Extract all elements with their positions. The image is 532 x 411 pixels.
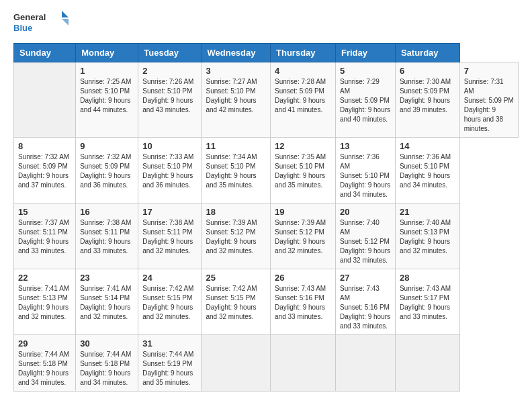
day-number: 5 xyxy=(340,66,391,76)
day-info: Sunrise: 7:44 AMSunset: 5:18 PMDaylight:… xyxy=(18,350,71,387)
day-number: 26 xyxy=(275,273,331,283)
calendar-day-cell: 26Sunrise: 7:43 AMSunset: 5:16 PMDayligh… xyxy=(271,269,336,335)
day-number: 10 xyxy=(142,141,197,151)
day-info: Sunrise: 7:35 AMSunset: 5:10 PMDaylight:… xyxy=(275,152,331,190)
calendar-day-cell: 14Sunrise: 7:36 AMSunset: 5:10 PMDayligh… xyxy=(395,138,459,203)
day-number: 27 xyxy=(340,273,391,283)
day-number: 2 xyxy=(142,66,197,76)
day-info: Sunrise: 7:26 AMSunset: 5:10 PMDaylight:… xyxy=(142,77,197,115)
day-info: Sunrise: 7:36 AMSunset: 5:10 PMDaylight:… xyxy=(400,152,455,190)
day-number: 14 xyxy=(400,141,455,151)
header-row: SundayMondayTuesdayWednesdayThursdayFrid… xyxy=(14,44,519,62)
calendar-day-cell: 9Sunrise: 7:32 AMSunset: 5:09 PMDaylight… xyxy=(76,138,138,203)
header-day: Saturday xyxy=(395,44,459,62)
svg-text:General: General xyxy=(13,12,46,22)
day-number: 16 xyxy=(80,207,134,217)
calendar-week-row: 29Sunrise: 7:44 AMSunset: 5:18 PMDayligh… xyxy=(14,335,519,392)
day-number: 8 xyxy=(18,141,71,151)
calendar-day-cell: 11Sunrise: 7:34 AMSunset: 5:10 PMDayligh… xyxy=(202,138,271,203)
day-info: Sunrise: 7:42 AMSunset: 5:15 PMDaylight:… xyxy=(142,284,197,322)
day-info: Sunrise: 7:43 AMSunset: 5:17 PMDaylight:… xyxy=(400,284,455,322)
day-info: Sunrise: 7:42 AMSunset: 5:15 PMDaylight:… xyxy=(206,284,266,322)
calendar-day-cell xyxy=(395,335,459,392)
calendar-table: SundayMondayTuesdayWednesdayThursdayFrid… xyxy=(13,43,519,392)
day-info: Sunrise: 7:31 AMSunset: 5:09 PMDaylight:… xyxy=(464,77,514,134)
calendar-day-cell: 5Sunrise: 7:29 AMSunset: 5:09 PMDaylight… xyxy=(335,62,395,138)
day-info: Sunrise: 7:38 AMSunset: 5:11 PMDaylight:… xyxy=(80,218,134,256)
day-info: Sunrise: 7:44 AMSunset: 5:18 PMDaylight:… xyxy=(80,350,134,387)
day-number: 11 xyxy=(206,141,266,151)
day-number: 1 xyxy=(80,66,134,76)
page-header: General Blue xyxy=(13,11,519,36)
logo: General Blue xyxy=(13,11,74,36)
day-info: Sunrise: 7:43 AMSunset: 5:16 PMDaylight:… xyxy=(340,284,391,331)
svg-text:Blue: Blue xyxy=(13,23,32,33)
day-info: Sunrise: 7:43 AMSunset: 5:16 PMDaylight:… xyxy=(275,284,331,322)
day-info: Sunrise: 7:44 AMSunset: 5:19 PMDaylight:… xyxy=(142,350,197,387)
calendar-day-cell: 27Sunrise: 7:43 AMSunset: 5:16 PMDayligh… xyxy=(335,269,395,335)
day-info: Sunrise: 7:32 AMSunset: 5:09 PMDaylight:… xyxy=(80,152,134,190)
day-info: Sunrise: 7:29 AMSunset: 5:09 PMDaylight:… xyxy=(340,77,391,124)
day-info: Sunrise: 7:34 AMSunset: 5:10 PMDaylight:… xyxy=(206,152,266,190)
calendar-day-cell: 30Sunrise: 7:44 AMSunset: 5:18 PMDayligh… xyxy=(76,335,138,392)
day-number: 12 xyxy=(275,141,331,151)
day-number: 6 xyxy=(400,66,455,76)
calendar-day-cell: 7Sunrise: 7:31 AMSunset: 5:09 PMDaylight… xyxy=(459,62,518,138)
day-number: 28 xyxy=(400,273,455,283)
day-info: Sunrise: 7:25 AMSunset: 5:10 PMDaylight:… xyxy=(80,77,134,115)
day-number: 22 xyxy=(18,273,71,283)
svg-marker-3 xyxy=(62,19,69,26)
calendar-day-cell: 15Sunrise: 7:37 AMSunset: 5:11 PMDayligh… xyxy=(14,203,76,269)
day-info: Sunrise: 7:33 AMSunset: 5:10 PMDaylight:… xyxy=(142,152,197,190)
calendar-day-cell: 12Sunrise: 7:35 AMSunset: 5:10 PMDayligh… xyxy=(271,138,336,203)
day-info: Sunrise: 7:40 AMSunset: 5:13 PMDaylight:… xyxy=(400,218,455,256)
day-info: Sunrise: 7:39 AMSunset: 5:12 PMDaylight:… xyxy=(275,218,331,256)
day-number: 30 xyxy=(80,338,134,349)
day-info: Sunrise: 7:32 AMSunset: 5:09 PMDaylight:… xyxy=(18,152,71,190)
calendar-day-cell xyxy=(271,335,336,392)
day-info: Sunrise: 7:40 AMSunset: 5:12 PMDaylight:… xyxy=(340,218,391,265)
day-number: 25 xyxy=(206,273,266,283)
calendar-week-row: 15Sunrise: 7:37 AMSunset: 5:11 PMDayligh… xyxy=(14,203,519,269)
day-number: 17 xyxy=(142,207,197,217)
calendar-day-cell: 19Sunrise: 7:39 AMSunset: 5:12 PMDayligh… xyxy=(271,203,336,269)
day-number: 18 xyxy=(206,207,266,217)
day-info: Sunrise: 7:41 AMSunset: 5:14 PMDaylight:… xyxy=(80,284,134,322)
calendar-day-cell: 16Sunrise: 7:38 AMSunset: 5:11 PMDayligh… xyxy=(76,203,138,269)
calendar-day-cell xyxy=(335,335,395,392)
header-day: Thursday xyxy=(271,44,336,62)
day-number: 20 xyxy=(340,207,391,217)
calendar-week-row: 22Sunrise: 7:41 AMSunset: 5:13 PMDayligh… xyxy=(14,269,519,335)
day-number: 9 xyxy=(80,141,134,151)
header-day: Wednesday xyxy=(202,44,271,62)
calendar-day-cell: 31Sunrise: 7:44 AMSunset: 5:19 PMDayligh… xyxy=(138,335,202,392)
day-info: Sunrise: 7:36 AMSunset: 5:10 PMDaylight:… xyxy=(340,152,391,199)
calendar-day-cell: 4Sunrise: 7:28 AMSunset: 5:09 PMDaylight… xyxy=(271,62,336,138)
calendar-week-row: 8Sunrise: 7:32 AMSunset: 5:09 PMDaylight… xyxy=(14,138,519,203)
day-info: Sunrise: 7:27 AMSunset: 5:10 PMDaylight:… xyxy=(206,77,266,115)
day-number: 4 xyxy=(275,66,331,76)
calendar-day-cell: 10Sunrise: 7:33 AMSunset: 5:10 PMDayligh… xyxy=(138,138,202,203)
calendar-day-cell: 24Sunrise: 7:42 AMSunset: 5:15 PMDayligh… xyxy=(138,269,202,335)
calendar-day-cell: 3Sunrise: 7:27 AMSunset: 5:10 PMDaylight… xyxy=(202,62,271,138)
calendar-day-cell: 8Sunrise: 7:32 AMSunset: 5:09 PMDaylight… xyxy=(14,138,76,203)
calendar-day-cell: 18Sunrise: 7:39 AMSunset: 5:12 PMDayligh… xyxy=(202,203,271,269)
logo-svg: General Blue xyxy=(13,11,74,36)
calendar-day-cell: 17Sunrise: 7:38 AMSunset: 5:11 PMDayligh… xyxy=(138,203,202,269)
day-number: 19 xyxy=(275,207,331,217)
day-number: 23 xyxy=(80,273,134,283)
calendar-day-cell: 21Sunrise: 7:40 AMSunset: 5:13 PMDayligh… xyxy=(395,203,459,269)
day-info: Sunrise: 7:28 AMSunset: 5:09 PMDaylight:… xyxy=(275,77,331,115)
day-info: Sunrise: 7:39 AMSunset: 5:12 PMDaylight:… xyxy=(206,218,266,256)
calendar-day-cell: 29Sunrise: 7:44 AMSunset: 5:18 PMDayligh… xyxy=(14,335,76,392)
header-day: Tuesday xyxy=(138,44,202,62)
day-info: Sunrise: 7:37 AMSunset: 5:11 PMDaylight:… xyxy=(18,218,71,256)
day-info: Sunrise: 7:38 AMSunset: 5:11 PMDaylight:… xyxy=(142,218,197,256)
day-number: 13 xyxy=(340,141,391,151)
calendar-day-cell xyxy=(14,62,76,138)
calendar-day-cell: 1Sunrise: 7:25 AMSunset: 5:10 PMDaylight… xyxy=(76,62,138,138)
day-info: Sunrise: 7:41 AMSunset: 5:13 PMDaylight:… xyxy=(18,284,71,322)
day-number: 3 xyxy=(206,66,266,76)
calendar-day-cell: 13Sunrise: 7:36 AMSunset: 5:10 PMDayligh… xyxy=(335,138,395,203)
calendar-day-cell: 28Sunrise: 7:43 AMSunset: 5:17 PMDayligh… xyxy=(395,269,459,335)
